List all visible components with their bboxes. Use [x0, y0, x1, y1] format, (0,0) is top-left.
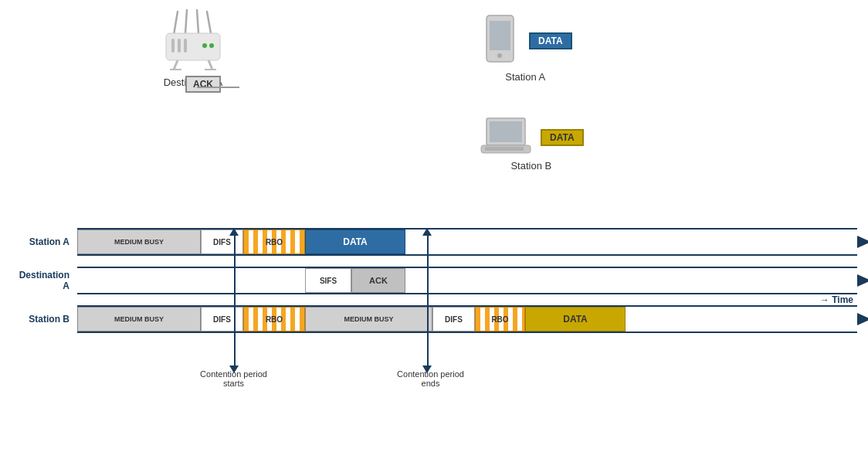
- sb-data-seg: DATA: [525, 307, 626, 332]
- station-a-data-badge: DATA: [529, 32, 572, 49]
- contention-start-line: [234, 234, 236, 366]
- contention-start-arrow-up: [229, 228, 239, 236]
- station-b-track: MEDIUM BUSY DIFS RBO MEDIUM BUSY DIFS RB…: [77, 305, 857, 333]
- station-a-icon: [479, 12, 521, 70]
- contention-end-line: [427, 234, 429, 366]
- station-a-arrow: [857, 236, 868, 248]
- da-ack-seg: ACK: [351, 268, 405, 293]
- contention-end-annotation: Contention period ends: [386, 369, 475, 388]
- sb-rbo2-seg: RBO: [475, 307, 525, 332]
- svg-rect-5: [171, 39, 175, 53]
- svg-point-8: [202, 43, 207, 48]
- svg-point-9: [209, 43, 214, 48]
- contention-end-arrow-up: [422, 228, 432, 236]
- sb-rbo1-seg: RBO: [243, 307, 305, 332]
- svg-line-1: [185, 10, 187, 33]
- ack-badge: ACK: [185, 76, 221, 93]
- sb-medium-busy-seg: MEDIUM BUSY: [77, 307, 201, 332]
- svg-rect-6: [178, 39, 181, 53]
- station-b-row: Station B MEDIUM BUSY DIFS RBO MEDIUM BU…: [15, 305, 857, 333]
- sa-medium-busy-seg: MEDIUM BUSY: [77, 230, 201, 254]
- svg-line-11: [209, 60, 212, 70]
- svg-rect-15: [490, 21, 510, 50]
- sb-difs2-seg: DIFS: [432, 307, 475, 332]
- station-b-arrow: [857, 313, 868, 325]
- ack-line: [197, 87, 239, 88]
- sb-medium-busy2-seg: MEDIUM BUSY: [305, 307, 432, 332]
- svg-rect-20: [485, 147, 524, 151]
- station-b-icon: [479, 116, 533, 158]
- destination-a-arrow: [857, 274, 868, 287]
- svg-line-10: [174, 60, 178, 70]
- svg-point-16: [497, 53, 502, 58]
- destination-a-row-label: Destination A: [15, 270, 77, 291]
- station-a-device: DATA Station A: [479, 12, 572, 83]
- svg-line-2: [197, 10, 198, 33]
- svg-line-0: [174, 12, 178, 35]
- sa-rbo-seg: RBO: [243, 230, 305, 254]
- sa-data-seg: DATA: [305, 230, 405, 254]
- router-icon: ACK: [154, 8, 232, 73]
- station-a-label: Station A: [479, 71, 572, 83]
- station-a-track: MEDIUM BUSY DIFS RBO DATA: [77, 228, 857, 256]
- svg-rect-18: [490, 121, 522, 142]
- station-b-data-badge: DATA: [541, 129, 584, 146]
- station-a-row-label: Station A: [15, 236, 77, 247]
- destination-a-track: SIFS ACK: [77, 267, 857, 294]
- timeline-section: Station A MEDIUM BUSY DIFS RBO DATA Dest…: [15, 228, 857, 333]
- station-b-label: Station B: [479, 160, 584, 172]
- svg-line-3: [207, 12, 211, 33]
- time-label: → Time: [820, 294, 853, 305]
- station-b-row-label: Station B: [15, 314, 77, 325]
- station-a-row: Station A MEDIUM BUSY DIFS RBO DATA: [15, 228, 857, 256]
- svg-rect-7: [184, 39, 187, 53]
- da-sifs-seg: SIFS: [305, 268, 351, 293]
- destination-a-row: Destination A SIFS ACK: [15, 267, 857, 294]
- station-b-device: DATA Station B: [479, 116, 584, 172]
- destination-a-device: ACK Destination A: [154, 8, 232, 88]
- contention-start-annotation: Contention period starts: [189, 369, 278, 388]
- sb-difs1-seg: DIFS: [201, 307, 243, 332]
